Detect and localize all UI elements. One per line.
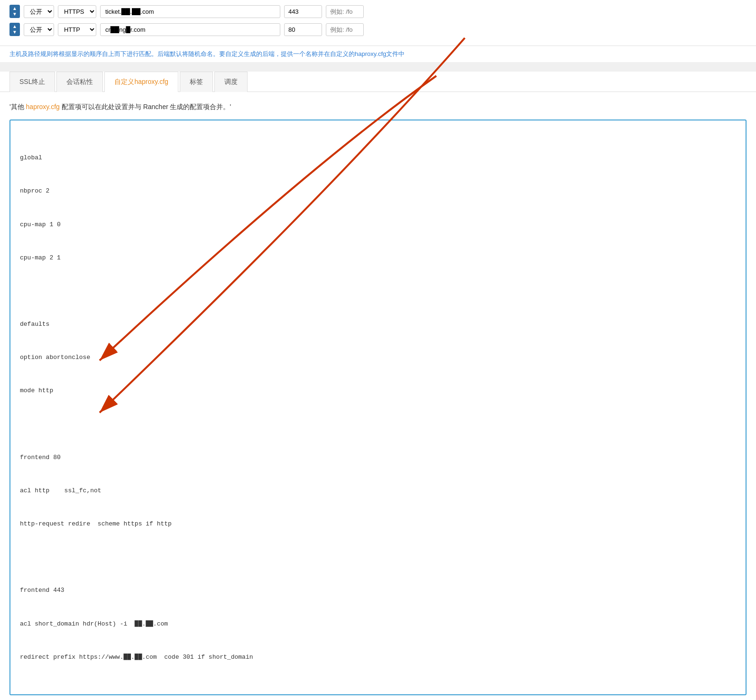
description-text: '其他 haproxy.cfg 配置项可以在此处设置并与 Rancher 生成的… (9, 101, 747, 112)
code-empty-3 (20, 552, 736, 562)
code-line-1: global (20, 152, 736, 163)
haproxy-link[interactable]: haproxy.cfg (26, 103, 60, 111)
port-input-1[interactable] (284, 5, 322, 18)
port-input-2[interactable] (284, 23, 322, 36)
access-select-1[interactable]: 公开 (24, 5, 54, 18)
code-line-3: cpu-map 1 0 (20, 219, 736, 230)
divider (0, 62, 756, 72)
code-line-6: option abortonclose (20, 352, 736, 363)
tabs-section: SSL终止 会话粘性 自定义haproxy.cfg 标签 调度 (0, 72, 756, 92)
tab-labels[interactable]: 标签 (180, 72, 213, 92)
tabs-container: SSL终止 会话粘性 自定义haproxy.cfg 标签 调度 (9, 72, 747, 92)
protocol-select-1[interactable]: HTTPS HTTP (58, 5, 96, 18)
domain-input-2[interactable] (100, 23, 280, 36)
code-empty-2 (20, 419, 736, 430)
row-1: ▲ ▼ 公开 HTTPS HTTP (9, 5, 747, 18)
code-line-2: nbproc 2 (20, 185, 736, 196)
code-line-10: http-request redire scheme https if http (20, 518, 736, 529)
access-select-2[interactable]: 公开 (24, 23, 54, 36)
code-line-8: frontend 80 (20, 452, 736, 463)
code-line-13: redirect prefix https://www.██.██.com co… (20, 652, 736, 663)
code-line-12: acl short_domain hdr(Host) -i ██.██.com (20, 618, 736, 629)
path-input-2[interactable] (326, 23, 364, 36)
protocol-select-2[interactable]: HTTP HTTPS (58, 23, 96, 36)
tab-session[interactable]: 会话粘性 (56, 72, 103, 92)
tab-ssl[interactable]: SSL终止 (9, 72, 55, 92)
code-line-4: cpu-map 2 1 (20, 252, 736, 263)
path-input-1[interactable] (326, 5, 364, 18)
code-line-9: acl http ssl_fc,not (20, 485, 736, 496)
code-line-5: defaults (20, 319, 736, 330)
code-line-7: mode http (20, 385, 736, 396)
code-editor[interactable]: global nbproc 2 cpu-map 1 0 cpu-map 2 1 … (9, 120, 747, 695)
row-2: ▲ ▼ 公开 HTTP HTTPS (9, 23, 747, 36)
code-line-11: frontend 443 (20, 585, 736, 596)
sort-btn-2[interactable]: ▲ ▼ (9, 23, 20, 36)
info-text: 主机及路径规则将根据显示的顺序自上而下进行匹配。后端默认将随机命名。要自定义生成… (0, 46, 756, 62)
tab-content: '其他 haproxy.cfg 配置项可以在此处设置并与 Rancher 生成的… (0, 92, 756, 700)
code-empty-1 (20, 286, 736, 296)
tab-haproxy[interactable]: 自定义haproxy.cfg (104, 72, 178, 92)
sort-btn-1[interactable]: ▲ ▼ (9, 5, 20, 18)
tab-schedule[interactable]: 调度 (214, 72, 248, 92)
domain-input-1[interactable] (100, 5, 280, 18)
